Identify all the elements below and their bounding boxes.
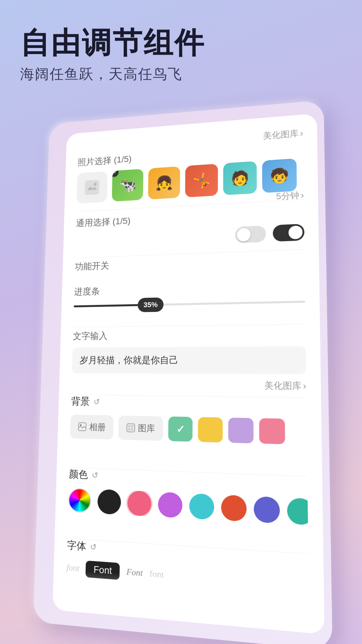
font-reset-icon[interactable]: ↺ xyxy=(90,542,97,552)
text-input-section: 文字输入 岁月轻描，你就是你自己 美化图库 xyxy=(71,327,306,392)
header-subtitle: 海阔任鱼跃，天高任鸟飞 xyxy=(20,65,205,84)
progress-track[interactable]: 35% xyxy=(74,301,305,307)
color-wheel[interactable] xyxy=(68,488,92,513)
gallery-button[interactable]: 图库 xyxy=(118,416,163,441)
svg-rect-4 xyxy=(127,424,135,432)
color-pink-selected[interactable] xyxy=(127,490,152,517)
phone-mockup: 美化图库 照片选择 (1/5) − 🐄 xyxy=(33,100,333,644)
color-black[interactable] xyxy=(97,489,121,515)
toggle-on-knob xyxy=(289,225,303,239)
photo-thumb-2[interactable]: 👧 xyxy=(148,166,180,200)
swatch-yellow[interactable] xyxy=(198,417,223,442)
color-section: 颜色 ↺ xyxy=(68,467,308,525)
gallery-label: 图库 xyxy=(138,422,155,434)
white-card: 美化图库 照片选择 (1/5) − 🐄 xyxy=(53,113,325,634)
svg-rect-8 xyxy=(131,428,133,431)
color-label: 颜色 xyxy=(69,467,88,482)
svg-rect-5 xyxy=(128,425,130,427)
album-label: 相册 xyxy=(89,421,106,433)
swatch-green-selected[interactable] xyxy=(168,417,193,442)
color-purple[interactable] xyxy=(158,492,183,518)
toggle-off[interactable] xyxy=(235,225,266,243)
color-row xyxy=(68,488,308,525)
album-icon xyxy=(78,422,87,431)
general-section: 通用选择 (1/5) xyxy=(75,206,305,250)
image-add-icon xyxy=(84,180,99,195)
photo-thumb-5[interactable]: 🧒 xyxy=(262,158,297,193)
photo-section: 照片选择 (1/5) − 🐄 👧 xyxy=(76,140,304,204)
background-header: 背景 ↺ xyxy=(71,395,306,412)
text-input-box[interactable]: 岁月轻描，你就是你自己 xyxy=(72,346,306,374)
photo-thumb-1[interactable]: − 🐄 xyxy=(112,169,143,202)
header-section: 自由调节组件 海阔任鱼跃，天高任鸟飞 xyxy=(20,27,205,84)
swatch-pink[interactable] xyxy=(259,418,285,444)
swatch-purple[interactable] xyxy=(228,418,254,443)
background-label: 背景 xyxy=(71,395,90,409)
font-label: 字体 xyxy=(67,538,86,554)
progress-label: 进度条 xyxy=(74,279,305,298)
background-row: 相册 图库 xyxy=(70,415,307,445)
remove-photo-1-icon[interactable]: − xyxy=(112,169,119,177)
background-reset-icon[interactable]: ↺ xyxy=(94,397,100,407)
meihualibrary-link2[interactable]: 美化图库 xyxy=(71,378,306,392)
color-header: 颜色 ↺ xyxy=(69,467,307,491)
divider-3 xyxy=(73,324,305,327)
meihualibrary-link[interactable]: 美化图库 xyxy=(263,127,303,142)
color-reset-icon[interactable]: ↺ xyxy=(92,470,99,480)
color-orange[interactable] xyxy=(221,495,247,522)
background-section: 背景 ↺ 相册 xyxy=(70,395,307,445)
photo-add-button[interactable] xyxy=(76,171,108,204)
func-switch-label: 功能开关 xyxy=(75,253,305,273)
toggle-on[interactable] xyxy=(273,224,305,242)
photo-thumb-4[interactable]: 🧑 xyxy=(223,161,257,195)
photo-thumb-3[interactable]: 🤸 xyxy=(185,164,218,197)
progress-thumb[interactable]: 35% xyxy=(137,298,164,312)
color-cyan[interactable] xyxy=(189,493,214,520)
toggle-off-knob xyxy=(237,228,251,241)
text-input-label: 文字输入 xyxy=(73,327,306,342)
svg-rect-7 xyxy=(128,428,130,430)
color-teal[interactable] xyxy=(287,498,308,525)
svg-rect-0 xyxy=(84,180,99,195)
header-title: 自由调节组件 xyxy=(20,27,205,59)
svg-rect-6 xyxy=(131,425,133,428)
progress-section: 进度条 35% xyxy=(74,279,305,307)
album-button[interactable]: 相册 xyxy=(70,415,114,439)
color-blue[interactable] xyxy=(254,496,280,524)
gallery-icon xyxy=(126,423,135,433)
